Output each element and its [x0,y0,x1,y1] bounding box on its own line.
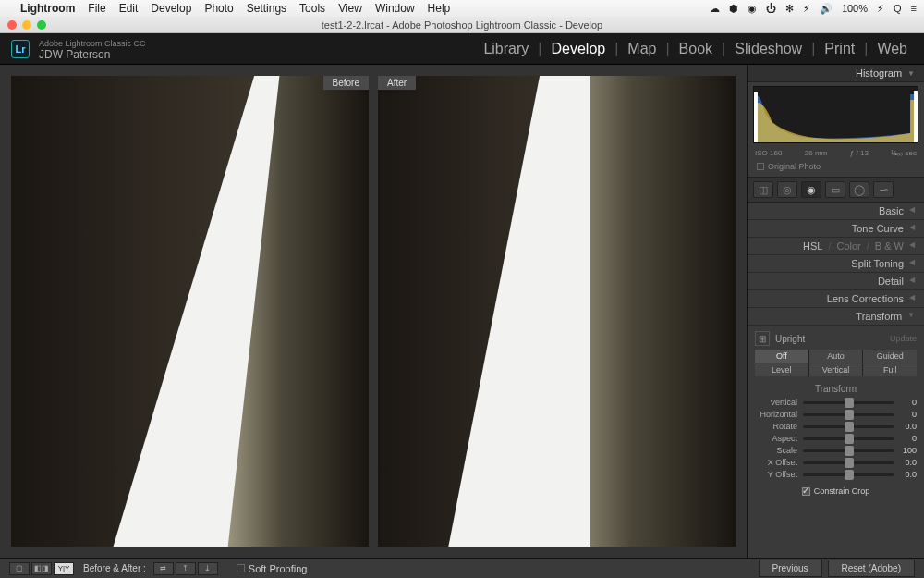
slider-value[interactable]: 0.0 [894,470,917,479]
original-photo-label: Original Photo [768,162,821,171]
menu-window[interactable]: Window [375,2,415,15]
battery-icon[interactable]: ⚡︎ [877,3,884,15]
slider-knob-icon[interactable] [845,398,854,408]
panel-lens-corrections[interactable]: Lens Corrections◀ [748,290,924,308]
minimize-icon[interactable] [22,20,31,30]
slider-track[interactable] [803,437,894,440]
lightroom-logo-icon: Lr [11,40,30,58]
slider-horizontal: Horizontal0 [755,410,917,419]
battery-percent[interactable]: 100% [842,3,868,14]
slider-value[interactable]: 0 [894,410,917,419]
histogram-header[interactable]: Histogram▼ [748,65,924,82]
slider-track[interactable] [803,401,894,404]
checkbox-checked-icon[interactable] [802,487,810,496]
radial-filter-icon[interactable]: ◯ [849,181,869,198]
histogram-display[interactable] [753,86,918,143]
wifi-icon[interactable]: ⚡︎ [803,3,810,15]
menu-develop[interactable]: Develop [151,2,191,15]
status-icon[interactable]: ◉ [748,3,757,15]
crop-tool-icon[interactable]: ◫ [753,181,773,198]
module-picker: Library| Develop| Map| Book| Slideshow| … [478,39,913,59]
chevron-left-icon: ◀ [909,240,915,252]
module-map[interactable]: Map [622,39,662,59]
menu-file[interactable]: File [88,2,105,15]
module-library[interactable]: Library [478,39,534,59]
slider-knob-icon[interactable] [845,434,854,444]
module-develop[interactable]: Develop [545,39,611,59]
slider-knob-icon[interactable] [845,470,854,480]
grad-filter-icon[interactable]: ▭ [825,181,845,198]
lightroom-topbar: Lr Adobe Lightroom Classic CC JDW Paters… [0,33,924,65]
menu-edit[interactable]: Edit [119,2,139,15]
panel-basic[interactable]: Basic◀ [748,203,924,220]
app-menu[interactable]: Lightroom [20,2,75,15]
zoom-icon[interactable] [37,20,46,30]
module-web[interactable]: Web [871,39,913,59]
slider-track[interactable] [803,461,894,464]
panel-transform[interactable]: Transform▼ [748,308,924,326]
ba-copy2-button[interactable]: ⤓ [198,562,218,575]
bluetooth-icon[interactable]: ✻ [785,3,794,15]
slider-value[interactable]: 100 [894,446,917,455]
identity-plate: Adobe Lightroom Classic CC JDW Paterson [39,38,146,60]
reset-button[interactable]: Reset (Adobe) [828,560,915,577]
ba-copy-button[interactable]: ⤒ [176,562,196,575]
status-icon[interactable]: ☁︎ [710,3,720,15]
slider-value[interactable]: 0.0 [894,458,917,467]
status-icon[interactable]: ⬢ [729,3,738,15]
module-book[interactable]: Book [674,39,718,59]
slider-track[interactable] [803,413,894,416]
menu-view[interactable]: View [338,2,362,15]
slider-knob-icon[interactable] [845,410,854,420]
redeye-tool-icon[interactable]: ◉ [801,181,821,198]
upright-off-button[interactable]: Off [755,350,808,363]
constrain-crop-toggle[interactable]: Constrain Crop [755,486,917,496]
slider-knob-icon[interactable] [845,446,854,456]
slider-value[interactable]: 0 [894,434,917,443]
upright-grid-icon[interactable]: ⊞ [755,331,770,346]
status-icon[interactable]: ⏻ [766,3,776,14]
slider-knob-icon[interactable] [845,422,854,432]
upright-vertical-button[interactable]: Vertical [809,363,863,376]
ba-split-view-button[interactable]: Y|Y [54,562,74,575]
panel-split-toning[interactable]: Split Toning◀ [748,255,924,273]
notifications-icon[interactable]: ≡ [911,3,917,14]
soft-proof-checkbox[interactable] [237,564,245,572]
before-pane[interactable]: Before [11,76,369,547]
checkbox-icon[interactable] [757,163,764,170]
menu-photo[interactable]: Photo [204,2,233,15]
slider-track[interactable] [803,449,894,452]
upright-guided-button[interactable]: Guided [863,350,917,363]
close-icon[interactable] [7,20,17,30]
after-pane[interactable]: After [378,76,736,547]
spot-tool-icon[interactable]: ◎ [777,181,797,198]
menu-settings[interactable]: Settings [247,2,286,15]
upright-auto-button[interactable]: Auto [809,350,863,363]
menu-tools[interactable]: Tools [299,2,325,15]
slider-knob-icon[interactable] [845,458,854,468]
slider-value[interactable]: 0.0 [894,422,917,431]
panel-tone-curve[interactable]: Tone Curve◀ [748,220,924,238]
panel-detail[interactable]: Detail◀ [748,273,924,290]
menu-help[interactable]: Help [428,2,451,15]
previous-button[interactable]: Previous [759,560,822,577]
spotlight-icon[interactable]: Q [894,3,902,14]
volume-icon[interactable]: 🔊 [820,3,833,15]
document-title: test1-2-2.lrcat - Adobe Photoshop Lightr… [322,19,603,31]
shutter-value: ¹⁄₂₀₀ sec [891,149,917,157]
module-slideshow[interactable]: Slideshow [729,39,808,59]
slider-track[interactable] [803,425,894,428]
chevron-left-icon: ◀ [909,258,915,269]
slider-track[interactable] [803,473,894,476]
upright-full-button[interactable]: Full [863,363,917,376]
loupe-view-button[interactable]: ▢ [9,562,30,575]
original-photo-toggle[interactable]: Original Photo [748,159,924,177]
upright-update[interactable]: Update [890,334,917,343]
ba-lr-view-button[interactable]: ◧◨ [31,562,52,575]
slider-value[interactable]: 0 [894,398,917,407]
panel-hsl[interactable]: HSL/Color/B & W◀ [748,238,924,255]
ba-swap-button[interactable]: ⇄ [153,562,174,575]
module-print[interactable]: Print [819,39,860,59]
brush-tool-icon[interactable]: ⊸ [873,181,894,198]
upright-level-button[interactable]: Level [755,363,808,376]
